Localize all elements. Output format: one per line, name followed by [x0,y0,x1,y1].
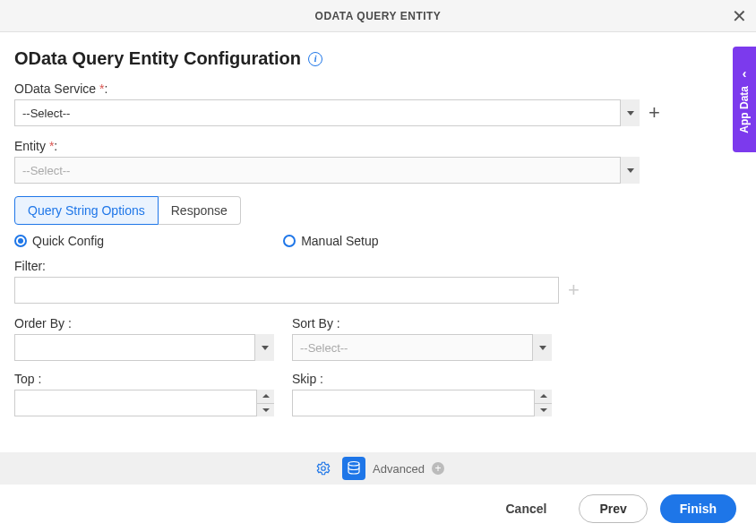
sort-by-select[interactable]: --Select-- [292,334,552,361]
sort-by-field: Sort By : --Select-- [292,316,552,361]
spin-up-icon[interactable] [535,390,552,404]
top-label: Top : [14,372,274,386]
order-by-label: Order By : [14,316,274,330]
advanced-expand-icon[interactable]: + [432,462,444,475]
odata-service-select[interactable]: --Select-- [14,99,640,126]
spin-up-icon[interactable] [257,390,274,404]
prev-button[interactable]: Prev [579,494,647,523]
database-icon[interactable] [342,457,365,480]
info-icon[interactable]: i [308,52,322,66]
section-title-row: OData Query Entity Configuration i [14,48,742,69]
gear-icon[interactable] [312,457,335,480]
side-tab-app-data[interactable]: ‹ App Data [733,47,756,152]
tab-response[interactable]: Response [159,196,241,225]
filter-field: Filter: + [14,259,742,304]
radio-quick-config[interactable]: Quick Config [14,234,104,248]
svg-point-1 [348,462,359,467]
spin-down-icon[interactable] [257,404,274,417]
skip-input[interactable] [292,390,552,416]
dialog-footer: Cancel Prev Finish [0,485,756,532]
add-filter-button: + [564,280,583,300]
spin-down-icon[interactable] [535,404,552,417]
odata-service-field: OData Service *: --Select-- + [14,82,742,126]
top-input[interactable] [14,390,274,416]
options-tabs: Query String Options Response [14,196,742,225]
config-mode-row: Quick Config Manual Setup [14,234,742,248]
skip-spinner [534,390,552,416]
required-mark: * [99,82,104,96]
skip-field: Skip : [292,372,552,416]
chevron-down-icon[interactable] [532,334,552,361]
odata-service-label: OData Service *: [14,82,742,96]
chevron-down-icon[interactable] [620,99,640,126]
entity-label: Entity *: [14,139,742,153]
filter-label: Filter: [14,259,742,273]
radio-manual-setup[interactable]: Manual Setup [283,234,378,248]
order-by-field: Order By : [14,316,274,361]
radio-unchecked-icon [283,235,296,247]
entity-field: Entity *: --Select-- [14,139,742,184]
top-spinner [256,390,274,416]
entity-select[interactable]: --Select-- [14,157,640,184]
cancel-button[interactable]: Cancel [485,494,566,523]
order-by-select[interactable] [14,334,274,361]
tab-query-string-options[interactable]: Query String Options [14,196,159,225]
advanced-toolbar: Advanced + [0,452,756,485]
chevron-down-icon[interactable] [254,334,274,361]
dialog-title: ODATA QUERY ENTITY [315,10,442,22]
dialog-header: ODATA QUERY ENTITY ✕ [0,0,756,32]
filter-input[interactable] [14,277,559,304]
close-icon[interactable]: ✕ [732,7,747,25]
dialog-body: OData Query Entity Configuration i OData… [0,32,756,427]
radio-checked-icon [14,235,27,247]
add-service-button[interactable]: + [645,103,664,123]
chevron-down-icon[interactable] [620,157,640,184]
advanced-label[interactable]: Advanced [373,462,425,476]
page-heading: OData Query Entity Configuration [14,48,301,69]
required-mark: * [49,139,54,153]
finish-button[interactable]: Finish [660,494,736,523]
skip-label: Skip : [292,372,552,386]
chevron-left-icon: ‹ [743,66,747,81]
sort-by-label: Sort By : [292,316,552,330]
top-field: Top : [14,372,274,416]
svg-point-0 [322,467,326,471]
